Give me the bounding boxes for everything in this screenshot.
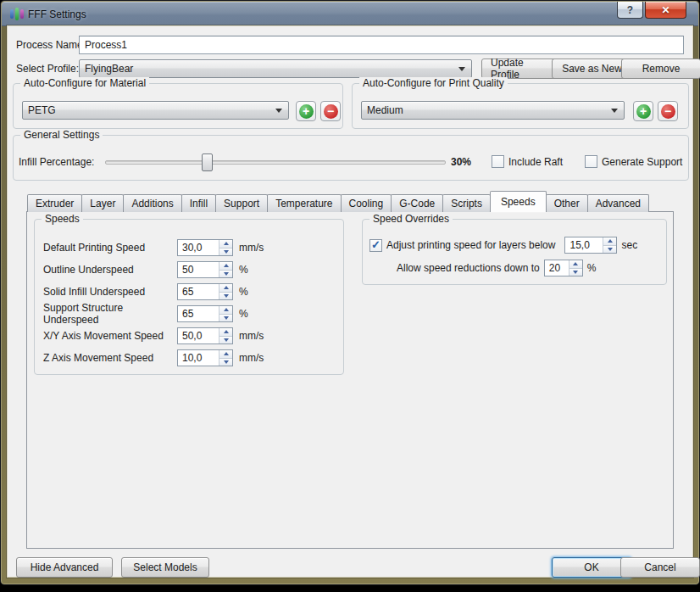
- speed-overrides-group: Speed Overrides ✓ Adjust printing speed …: [362, 219, 667, 285]
- spin-up-icon[interactable]: [603, 237, 616, 246]
- spin-up-icon[interactable]: [219, 350, 232, 359]
- add-material-button[interactable]: +: [296, 101, 316, 121]
- include-raft-label: Include Raft: [508, 156, 563, 168]
- process-name-label: Process Name:: [16, 39, 86, 51]
- speed-row-label: Default Printing Speed: [43, 242, 177, 254]
- spin-up-icon[interactable]: [219, 328, 232, 337]
- spin-down-icon[interactable]: [219, 315, 232, 322]
- speed-row: Solid Infill Underspeed 65 %: [35, 281, 343, 303]
- add-quality-button[interactable]: +: [633, 101, 653, 121]
- spin-up-icon[interactable]: [569, 260, 582, 269]
- spinbox-value: 30,0: [178, 240, 219, 255]
- spin-down-icon[interactable]: [219, 337, 232, 344]
- speed-row: Outline Underspeed 50 %: [35, 259, 343, 281]
- spin-up-icon[interactable]: [219, 262, 232, 271]
- quality-select-value: Medium: [367, 104, 403, 116]
- speed-row-unit: mm/s: [239, 330, 264, 342]
- speed-row: Support Structure Underspeed 65 %: [35, 303, 343, 325]
- tab-cooling[interactable]: Cooling: [341, 194, 392, 212]
- spinbox-value: 10,0: [178, 350, 219, 366]
- default-printing-speed-spinbox[interactable]: 30,0: [177, 239, 233, 256]
- infill-percentage-label: Infill Percentage:: [19, 156, 94, 168]
- tab-support[interactable]: Support: [215, 194, 268, 212]
- xy-axis-movement-speed-spinbox[interactable]: 50,0: [177, 327, 233, 344]
- ok-button[interactable]: OK: [552, 557, 631, 578]
- generate-support-checkbox[interactable]: [585, 155, 597, 168]
- spin-down-icon[interactable]: [219, 293, 232, 300]
- remove-button[interactable]: Remove: [621, 59, 700, 79]
- speed-reduction-spinbox[interactable]: 20: [544, 260, 583, 276]
- speeds-group: Speeds Default Printing Speed 30,0 mm/s …: [34, 219, 344, 375]
- infill-slider-track[interactable]: [105, 160, 446, 165]
- window-title: FFF Settings: [28, 8, 86, 20]
- support-structure-underspeed-spinbox[interactable]: 65: [177, 305, 233, 322]
- speed-reduction-label: Allow speed reductions down to: [397, 262, 540, 274]
- speed-row-label: Support Structure Underspeed: [43, 302, 177, 326]
- fff-settings-window: FFF Settings ? ✕ Process Name: Select Pr…: [0, 0, 700, 585]
- tab-infill[interactable]: Infill: [181, 194, 216, 212]
- speed-overrides-title: Speed Overrides: [369, 213, 453, 225]
- speeds-group-title: Speeds: [42, 213, 83, 225]
- tab-scripts[interactable]: Scripts: [442, 194, 491, 212]
- spin-down-icon[interactable]: [219, 359, 232, 366]
- profile-select[interactable]: FlyingBear: [79, 59, 472, 78]
- auto-material-title: Auto-Configure for Material: [20, 77, 149, 89]
- tab-temperature[interactable]: Temperature: [267, 194, 341, 212]
- spinbox-value: 50,0: [178, 328, 219, 343]
- process-name-input[interactable]: [79, 36, 684, 54]
- hide-advanced-button[interactable]: Hide Advanced: [16, 557, 113, 578]
- adjust-speed-unit: sec: [621, 239, 637, 251]
- tab-advanced[interactable]: Advanced: [587, 194, 649, 212]
- include-raft-checkbox[interactable]: [492, 155, 504, 168]
- infill-slider-handle[interactable]: [202, 154, 213, 171]
- material-select[interactable]: PETG: [22, 101, 289, 120]
- tab-other[interactable]: Other: [546, 194, 588, 212]
- select-models-button[interactable]: Select Models: [121, 557, 209, 578]
- spin-up-icon[interactable]: [219, 284, 232, 293]
- close-button[interactable]: ✕: [645, 2, 686, 19]
- spin-down-icon[interactable]: [603, 246, 616, 254]
- layer-time-spinbox[interactable]: 15,0: [564, 237, 617, 254]
- solid-infill-underspeed-spinbox[interactable]: 65: [177, 283, 233, 300]
- remove-material-button[interactable]: −: [320, 101, 341, 121]
- tab-gcode[interactable]: G-Code: [391, 194, 443, 212]
- quality-select[interactable]: Medium: [361, 101, 625, 120]
- tab-speeds[interactable]: Speeds: [490, 191, 547, 212]
- tab-additions[interactable]: Additions: [123, 194, 181, 212]
- tab-layer[interactable]: Layer: [81, 194, 124, 212]
- chevron-down-icon: [275, 109, 282, 113]
- help-button[interactable]: ?: [617, 2, 643, 19]
- chevron-down-icon: [611, 109, 618, 113]
- spin-up-icon[interactable]: [219, 306, 232, 315]
- general-settings-title: General Settings: [20, 129, 103, 141]
- speed-row-label: Solid Infill Underspeed: [43, 286, 177, 298]
- adjust-speed-checkbox[interactable]: ✓: [369, 239, 382, 252]
- minus-icon: −: [324, 104, 338, 119]
- remove-quality-button[interactable]: −: [658, 101, 678, 121]
- general-settings-group: General Settings Infill Percentage: 30% …: [13, 135, 689, 181]
- spin-down-icon[interactable]: [219, 271, 232, 278]
- adjust-speed-label: Adjust printing speed for layers below: [386, 239, 555, 251]
- generate-support-option[interactable]: Generate Support: [585, 155, 682, 168]
- speed-row-unit: mm/s: [239, 242, 264, 254]
- speed-reduction-unit: %: [587, 262, 597, 274]
- outline-underspeed-spinbox[interactable]: 50: [177, 261, 233, 278]
- speed-row-unit: %: [239, 264, 248, 276]
- include-raft-option[interactable]: Include Raft: [492, 155, 563, 168]
- spinbox-value: 65: [178, 306, 219, 321]
- cancel-button[interactable]: Cancel: [620, 557, 700, 578]
- auto-material-group: Auto-Configure for Material PETG + −: [13, 83, 343, 129]
- spin-up-icon[interactable]: [219, 240, 232, 249]
- speed-row-label: Z Axis Movement Speed: [43, 352, 177, 364]
- material-select-value: PETG: [28, 104, 56, 116]
- z-axis-movement-speed-spinbox[interactable]: 10,0: [177, 349, 233, 366]
- spin-down-icon[interactable]: [569, 269, 582, 276]
- screen: FFF Settings ? ✕ Process Name: Select Pr…: [0, 0, 700, 592]
- settings-tabs: Extruder Layer Additions Infill Support …: [27, 192, 648, 212]
- save-as-new-button[interactable]: Save as New: [552, 59, 632, 79]
- tab-extruder[interactable]: Extruder: [27, 194, 82, 212]
- spin-down-icon[interactable]: [219, 249, 232, 256]
- plus-icon: +: [636, 104, 651, 119]
- help-icon: ?: [627, 4, 633, 16]
- title-bar[interactable]: FFF Settings: [2, 2, 698, 26]
